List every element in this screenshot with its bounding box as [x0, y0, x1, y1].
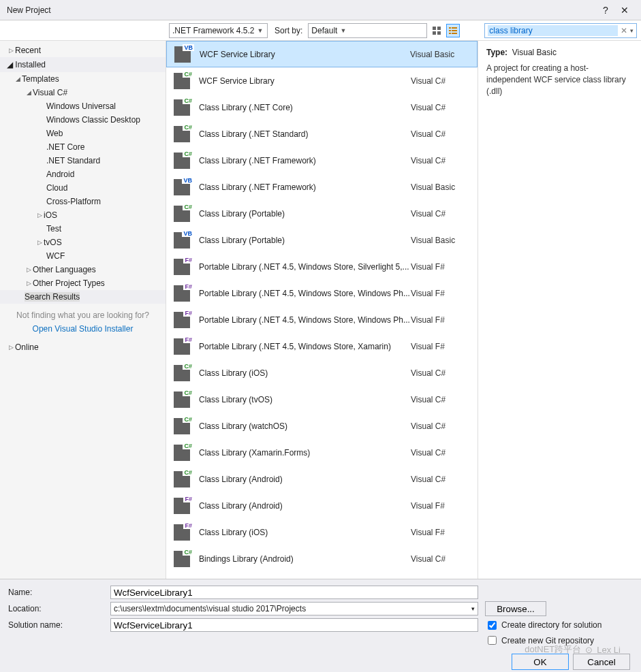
view-small-icons-button[interactable]	[430, 24, 443, 37]
create-directory-checkbox[interactable]	[488, 621, 497, 630]
location-combo[interactable]: c:\users\lextm\documents\visual studio 2…	[110, 602, 478, 615]
sidebar-net-core[interactable]: .NET Core	[0, 140, 166, 154]
open-installer-link[interactable]: Open Visual Studio Installer	[10, 324, 156, 334]
template-language: Visual C#	[411, 448, 472, 458]
template-language: Visual Basic	[411, 236, 472, 245]
template-language: Visual F#	[411, 289, 472, 298]
template-row[interactable]: Class Library (Android) Visual C#	[166, 466, 478, 492]
template-icon	[172, 549, 192, 569]
template-row[interactable]: Portable Library (.NET 4.5, Windows Stor…	[166, 333, 478, 359]
template-row[interactable]: WCF Service Library Visual C#	[166, 67, 478, 94]
sidebar-ios[interactable]: ▷iOS	[0, 208, 166, 222]
browse-button[interactable]: Browse...	[485, 601, 546, 616]
template-icon	[172, 522, 192, 543]
template-row[interactable]: Class Library (Portable) Visual C#	[166, 200, 478, 227]
template-name: Portable Library (.NET 4.5, Windows Stor…	[199, 289, 411, 298]
svg-rect-9	[452, 33, 457, 34]
template-name: Portable Library (.NET 4.5, Windows Stor…	[199, 315, 411, 325]
template-language: Visual F#	[411, 501, 472, 511]
template-name: Class Library (Portable)	[199, 236, 411, 245]
sidebar-wcf[interactable]: WCF	[0, 249, 166, 263]
template-name: Class Library (.NET Core)	[199, 103, 411, 112]
svg-rect-0	[433, 27, 436, 30]
template-icon	[172, 177, 192, 197]
template-name: Portable Library (.NET 4.5, Windows Stor…	[199, 342, 411, 351]
template-name: Class Library (Android)	[199, 501, 411, 511]
svg-rect-2	[433, 31, 436, 35]
template-language: Visual C#	[411, 209, 472, 219]
cancel-button[interactable]: Cancel	[573, 654, 630, 670]
name-label: Name:	[8, 588, 110, 597]
sidebar-net-standard[interactable]: .NET Standard	[0, 154, 166, 167]
framework-dropdown[interactable]: .NET Framework 4.5.2 ▼	[169, 23, 268, 38]
ok-button[interactable]: OK	[512, 654, 569, 670]
template-row[interactable]: Class Library (Portable) Visual Basic	[166, 227, 478, 253]
template-row[interactable]: Portable Library (.NET 4.5, Windows Stor…	[166, 280, 478, 306]
sidebar-search-results[interactable]: Search Results	[0, 290, 166, 304]
svg-rect-5	[452, 27, 457, 29]
template-icon	[172, 310, 192, 330]
template-row[interactable]: Class Library (iOS) Visual C#	[166, 359, 478, 386]
sidebar-cross-platform[interactable]: Cross-Platform	[0, 195, 166, 208]
sidebar-cloud[interactable]: Cloud	[0, 181, 166, 195]
solution-name-input[interactable]	[110, 618, 478, 632]
template-name: Bindings Library (Android)	[199, 554, 411, 564]
template-icon	[172, 363, 192, 383]
template-language: Visual Basic	[411, 182, 472, 192]
template-row[interactable]: Class Library (.NET Framework) Visual Ba…	[166, 174, 478, 200]
sidebar-installed[interactable]: ◢ Installed	[0, 57, 166, 72]
template-row[interactable]: Class Library (.NET Core) Visual C#	[166, 94, 478, 121]
chevron-down-icon[interactable]: ▾	[630, 27, 634, 34]
sidebar-test[interactable]: Test	[0, 222, 166, 236]
help-icon[interactable]: ?	[596, 5, 615, 16]
template-language: Visual C#	[411, 475, 472, 484]
view-list-button[interactable]	[446, 24, 460, 37]
sidebar-visual-csharp[interactable]: ◢Visual C#	[0, 86, 166, 99]
sidebar-online[interactable]: ▷Online	[0, 340, 166, 354]
template-icon	[172, 257, 192, 277]
template-row[interactable]: Bindings Library (Android) Visual C#	[166, 545, 478, 572]
template-name: Class Library (Portable)	[199, 209, 411, 219]
template-row[interactable]: Class Library (Xamarin.Forms) Visual C#	[166, 439, 478, 466]
template-row[interactable]: Portable Library (.NET 4.5, Windows Stor…	[166, 253, 478, 280]
sidebar-android[interactable]: Android	[0, 167, 166, 181]
template-language: Visual F#	[411, 262, 472, 272]
search-input[interactable]	[488, 25, 618, 36]
sidebar-windows-universal[interactable]: Windows Universal	[0, 99, 166, 113]
sidebar-windows-classic-desktop[interactable]: Windows Classic Desktop	[0, 113, 166, 127]
close-icon[interactable]: ✕	[615, 5, 634, 16]
sidebar-tvos[interactable]: ▷tvOS	[0, 236, 166, 249]
create-git-checkbox[interactable]	[488, 636, 497, 645]
template-row[interactable]: WCF Service Library Visual Basic	[166, 41, 478, 67]
template-name: Class Library (Android)	[199, 475, 411, 484]
template-name: Class Library (tvOS)	[199, 395, 411, 404]
template-row[interactable]: Class Library (Android) Visual F#	[166, 492, 478, 519]
template-row[interactable]: Class Library (tvOS) Visual C#	[166, 386, 478, 413]
template-row[interactable]: Class Library (watchOS) Visual C#	[166, 413, 478, 439]
type-value: Visual Basic	[512, 48, 557, 57]
sidebar-templates[interactable]: ◢Templates	[0, 72, 166, 86]
svg-rect-3	[437, 31, 441, 35]
svg-rect-7	[452, 30, 457, 31]
sidebar-web[interactable]: Web	[0, 127, 166, 140]
clear-search-icon[interactable]: ✕	[618, 26, 630, 35]
template-row[interactable]: Portable Library (.NET 4.5, Windows Stor…	[166, 306, 478, 333]
template-name: Class Library (Xamarin.Forms)	[199, 448, 411, 458]
sidebar-recent[interactable]: ▷Recent	[0, 44, 166, 57]
template-icon	[172, 389, 192, 410]
template-name: Portable Library (.NET 4.5, Windows Stor…	[199, 262, 411, 272]
sidebar-other-languages[interactable]: ▷Other Languages	[0, 263, 166, 276]
details-pane: Type: Visual Basic A project for creatin…	[478, 41, 641, 579]
template-row[interactable]: Class Library (.NET Framework) Visual C#	[166, 147, 478, 174]
sidebar-other-project-types[interactable]: ▷Other Project Types	[0, 276, 166, 290]
template-icon	[172, 416, 192, 436]
project-name-input[interactable]	[110, 586, 478, 599]
template-row[interactable]: Class Library (.NET Standard) Visual C#	[166, 121, 478, 147]
sort-dropdown[interactable]: Default ▼	[308, 23, 427, 38]
template-row[interactable]: Class Library (iOS) Visual F#	[166, 519, 478, 545]
framework-value: .NET Framework 4.5.2	[172, 26, 254, 35]
template-name: WCF Service Library	[199, 76, 411, 86]
template-icon	[172, 71, 192, 91]
template-name: WCF Service Library	[200, 50, 410, 59]
search-box[interactable]: ✕ ▾	[484, 23, 637, 38]
